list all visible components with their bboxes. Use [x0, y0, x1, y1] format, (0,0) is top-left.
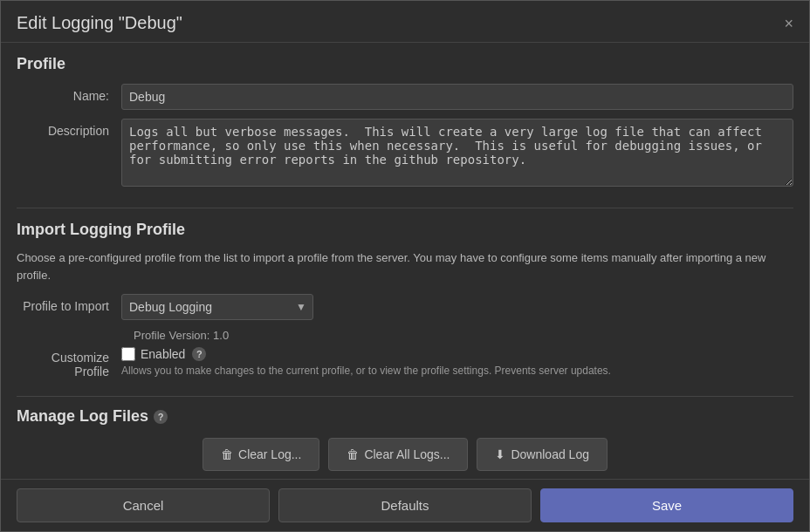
description-input[interactable] [121, 119, 793, 187]
profile-section: Profile Name: Description [1, 43, 809, 208]
clear-all-logs-button[interactable]: 🗑 Clear All Logs... [328, 438, 468, 471]
download-log-label: Download Log [511, 447, 589, 461]
profile-version-label: Profile Version: [134, 329, 209, 342]
customize-desc: Allows you to make changes to the curren… [121, 365, 611, 377]
clear-log-button[interactable]: 🗑 Clear Log... [202, 438, 319, 471]
customize-label: Customize Profile [17, 347, 121, 379]
import-description: Choose a pre-configured profile from the… [17, 249, 793, 283]
description-label: Description [17, 119, 121, 138]
manage-title: Manage Log Files ? [17, 407, 793, 426]
enabled-label: Enabled [141, 347, 185, 361]
help-icon[interactable]: ? [192, 347, 206, 361]
profile-select-wrapper: Debug Logging Standard Logging Verbose L… [121, 294, 313, 320]
modal-header: Edit Logging "Debug" × [1, 1, 809, 43]
trash-all-icon: 🗑 [347, 447, 359, 461]
profile-to-import-label: Profile to Import [17, 294, 121, 313]
save-button[interactable]: Save [540, 488, 793, 522]
close-button[interactable]: × [784, 16, 793, 31]
download-icon: ⬇ [495, 447, 505, 461]
name-input[interactable] [121, 84, 793, 110]
enabled-checkbox[interactable] [121, 347, 135, 361]
profile-section-title: Profile [17, 55, 793, 73]
cancel-button[interactable]: Cancel [17, 488, 270, 522]
customize-row: Customize Profile Enabled ? Allows you t… [17, 347, 793, 379]
edit-logging-modal: Edit Logging "Debug" × Profile Name: Des… [0, 0, 810, 532]
log-buttons: 🗑 Clear Log... 🗑 Clear All Logs... ⬇ Dow… [17, 438, 793, 471]
clear-log-label: Clear Log... [238, 447, 301, 461]
defaults-button[interactable]: Defaults [278, 488, 532, 522]
profile-to-import-row: Profile to Import Debug Logging Standard… [17, 294, 793, 320]
manage-title-text: Manage Log Files [17, 407, 148, 426]
clear-all-logs-label: Clear All Logs... [364, 447, 450, 461]
name-label: Name: [17, 84, 121, 103]
modal-title: Edit Logging "Debug" [17, 13, 182, 33]
customize-controls: Enabled ? Allows you to make changes to … [121, 347, 611, 377]
manage-section: Manage Log Files ? 🗑 Clear Log... 🗑 Clea… [1, 397, 809, 479]
trash-icon: 🗑 [221, 447, 233, 461]
manage-help-icon[interactable]: ? [154, 410, 168, 424]
profile-to-import-select[interactable]: Debug Logging Standard Logging Verbose L… [121, 294, 313, 320]
import-section: Import Logging Profile Choose a pre-conf… [1, 208, 809, 396]
profile-version: Profile Version: 1.0 [134, 329, 793, 342]
profile-version-value: 1.0 [213, 329, 229, 342]
description-row: Description [17, 119, 793, 187]
download-log-button[interactable]: ⬇ Download Log [477, 438, 608, 471]
modal-body: Profile Name: Description Import Logging… [1, 43, 809, 479]
enabled-row: Enabled ? [121, 347, 611, 361]
import-section-title: Import Logging Profile [17, 221, 793, 239]
modal-footer: Cancel Defaults Save [1, 479, 809, 531]
name-row: Name: [17, 84, 793, 110]
